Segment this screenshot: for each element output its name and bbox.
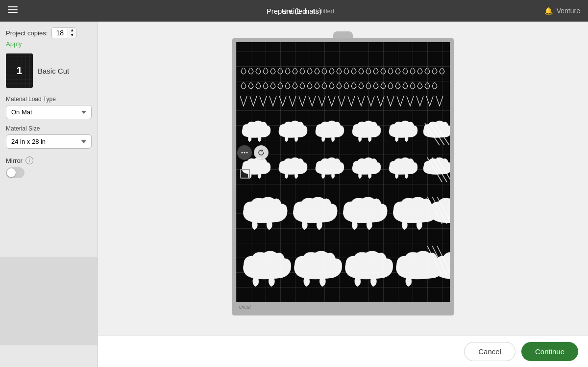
material-load-type-label: Material Load Type [6,96,92,103]
mat-card: 1 Basic Cut [6,53,92,88]
topbar: Prepare (1 mats) Untitled Untitled 🔔 Ven… [0,0,588,22]
mat-outer: cricut [232,38,454,315]
svg-rect-0 [8,6,18,7]
mat-thumbnail-number: 1 [16,64,22,77]
sidebar-bottom-area [0,257,98,345]
svg-point-16 [244,152,245,154]
material-size-select[interactable]: 24 in x 28 in 12 in x 12 in 12 in x 24 i… [6,134,92,149]
svg-rect-2 [8,12,18,13]
selection-handle[interactable] [240,169,250,179]
project-copies-row: Project copies: ▲ ▼ [6,27,92,38]
material-size-label: Material Size [6,125,92,132]
mirror-label: Mirror [6,157,23,164]
topbar-right: 🔔 Venture [544,7,580,15]
mat-thumbnail: 1 [6,53,33,88]
bell-icon[interactable]: 🔔 [544,7,553,15]
mat-floating-controls [237,145,269,160]
mirror-toggle[interactable] [6,167,24,178]
page-title: Untitled [313,7,334,15]
svg-point-17 [246,152,248,154]
mat-brand-label: cricut [236,302,450,310]
svg-point-15 [242,152,243,154]
svg-rect-1 [8,9,18,10]
continue-button[interactable]: Continue [521,342,578,361]
mat-shapes-svg [236,42,450,302]
project-copies-label: Project copies: [6,29,48,37]
menu-icon[interactable] [8,6,18,15]
copies-input[interactable] [52,28,68,38]
machine-name: Venture [557,7,580,15]
mat-canvas [236,42,450,302]
toggle-wrap [6,167,92,178]
copies-down-button[interactable]: ▼ [68,33,76,38]
cancel-button[interactable]: Cancel [464,342,515,361]
apply-button[interactable]: Apply [6,40,92,48]
material-size-field: Material Size 24 in x 28 in 12 in x 12 i… [6,125,92,155]
copies-input-wrap: ▲ ▼ [51,27,76,38]
rotate-button[interactable] [254,145,269,160]
bottom-buttons: Cancel Continue [98,336,588,367]
mat-label: Basic Cut [38,67,69,75]
more-options-button[interactable] [237,145,252,160]
material-load-type-field: Material Load Type On Mat Without Mat [6,96,92,125]
copies-up-button[interactable]: ▲ [68,28,76,33]
material-load-type-select[interactable]: On Mat Without Mat [6,105,92,119]
toggle-knob [7,168,16,177]
content-area: cricut − 31% + Cancel Continue [98,22,588,367]
mat-container: cricut [232,31,454,315]
info-icon[interactable]: i [25,157,33,164]
document-title: Untitled [282,7,307,15]
title-text: Untitled [313,7,334,15]
copies-spinner: ▲ ▼ [68,28,76,38]
mirror-row: Mirror i [6,157,92,164]
